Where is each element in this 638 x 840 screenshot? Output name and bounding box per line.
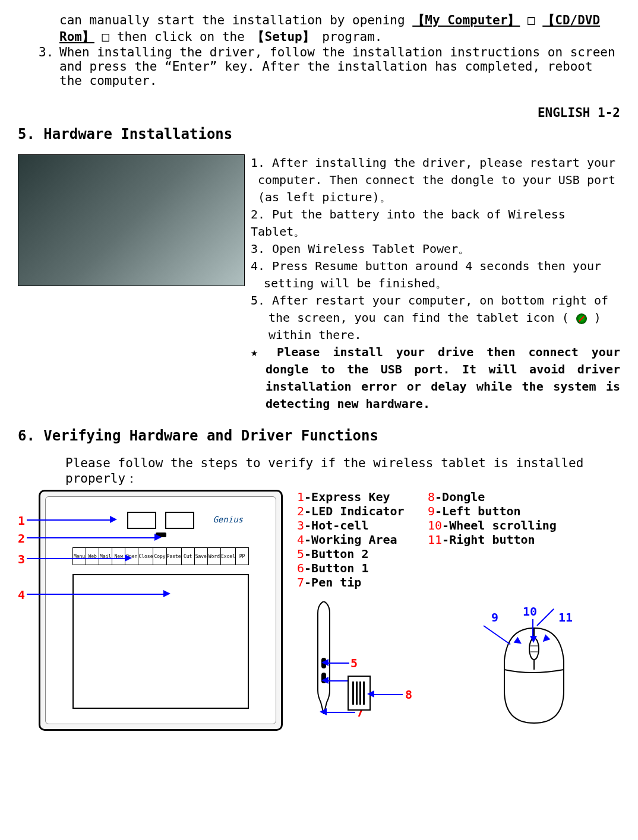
legend-text: -Hot-cell [304, 518, 368, 532]
intro-text-b: then click on the [117, 30, 245, 44]
legend-text: -Working Area [304, 532, 397, 547]
s5-item-3: 3. Open Wireless Tablet Power。 [251, 240, 620, 258]
legend-text: -LED Indicator [304, 504, 405, 518]
tablet-icon [576, 313, 587, 324]
hot-cell: Copy [153, 548, 166, 565]
arrow-3-head [125, 554, 132, 562]
callout-5: 5 [350, 656, 358, 670]
legend-num: 11 [428, 532, 442, 547]
section-5-text: 1. After installing the driver, please r… [251, 154, 620, 413]
arrow-4-head [163, 590, 170, 597]
intro-text: can manually start the installation by o… [59, 13, 412, 27]
arrow-3-line [27, 558, 125, 559]
legend-row: 6-Button 1 [297, 561, 620, 575]
section-6-lead: Please follow the steps to verify if the… [18, 456, 620, 487]
legend-num: 8 [428, 490, 435, 504]
hot-cell: Menu [73, 548, 86, 565]
page-label: ENGLISH 1-2 [18, 106, 620, 120]
hot-cell: Save [195, 548, 208, 565]
hot-cell: Word [208, 548, 221, 565]
callout-2: 2 [18, 531, 25, 546]
legend-list: 1-Express Key 8-Dongle 2-LED Indicator 9… [297, 490, 620, 589]
arrow-4-line [27, 594, 163, 595]
express-key-2 [165, 512, 194, 529]
hot-cell: Web [86, 548, 99, 565]
setup-label: 【Setup】 [252, 30, 314, 44]
step-3: 3. When installing the driver, follow th… [18, 45, 620, 88]
legend-text: -Right button [442, 532, 535, 547]
legend-num: 5 [297, 547, 304, 561]
legend-num: 7 [297, 575, 304, 589]
legend-text: -Left button [435, 504, 521, 518]
star-note: ★ Please install your drive then connect… [251, 344, 620, 413]
legend-num: 1 [297, 490, 304, 504]
arrow-1-line [27, 519, 110, 521]
step-3-text: When installing the driver, follow the i… [59, 45, 615, 88]
callout-8: 8 [405, 687, 412, 702]
callout-1: 1 [18, 513, 25, 528]
intro-text-c: program. [322, 30, 382, 44]
hot-cell: New [112, 548, 125, 565]
s5-item-5a: 5. After restart your computer, on botto… [251, 293, 608, 325]
arrow-head-icon [367, 690, 374, 698]
legend-text: -Dongle [435, 490, 485, 504]
legend-text: -Button 1 [304, 561, 368, 575]
tablet-diagram: Genius Menu Web Mail New Open Close Copy… [18, 490, 285, 733]
arrow-2: □ [102, 30, 117, 44]
section-5-row: 1. After installing the driver, please r… [18, 154, 620, 413]
legend-row: 4-Working Area 11-Right button [297, 532, 620, 547]
arrow-1-head [110, 516, 117, 523]
hot-cell: Close [138, 548, 153, 565]
callout-10: 10 [523, 604, 537, 619]
legend-text: -Express Key [304, 490, 390, 504]
legend-text: -Button 2 [304, 547, 368, 561]
legend-row: 1-Express Key 8-Dongle [297, 490, 620, 504]
legend-num: 2 [297, 504, 304, 518]
legend-num: 10 [428, 518, 442, 532]
callout-4: 4 [18, 588, 25, 602]
arrow-head-icon [321, 677, 329, 684]
hot-cell: PP [236, 548, 248, 565]
legend-text: -Wheel scrolling [442, 518, 557, 532]
arrow-head-icon [320, 708, 327, 715]
tablet-inner: Genius Menu Web Mail New Open Close Copy… [45, 496, 276, 724]
my-computer-label: 【My Computer】 [412, 13, 520, 27]
express-key-1 [127, 512, 156, 529]
legend-panel: 1-Express Key 8-Dongle 2-LED Indicator 9… [297, 490, 620, 732]
arrow-2-line [27, 537, 154, 538]
s5-item-4: 4. Press Resume button around 4 seconds … [251, 258, 620, 292]
s5-item-1: 1. After installing the driver, please r… [251, 154, 620, 206]
usb-dongle-photo [18, 154, 245, 286]
tablet-frame: Genius Menu Web Mail New Open Close Copy… [39, 490, 283, 731]
section-6-title: 6. Verifying Hardware and Driver Functio… [18, 427, 620, 444]
legend-num: 3 [297, 518, 304, 532]
section-6-row: Genius Menu Web Mail New Open Close Copy… [18, 490, 620, 733]
legend-row: 5-Button 2 [297, 547, 620, 561]
callout-9: 9 [491, 610, 498, 625]
pen-mouse-diagram: 5 6 7 8 [297, 601, 620, 732]
legend-row: 3-Hot-cell 10-Wheel scrolling [297, 518, 620, 532]
legend-text: -Pen tip [304, 575, 361, 589]
arrow-1: □ [528, 13, 542, 27]
hot-cell-row: Menu Web Mail New Open Close Copy Paste … [72, 547, 249, 565]
legend-num: 4 [297, 532, 304, 547]
arrow-2-head [154, 534, 162, 541]
hot-cell: Paste [167, 548, 182, 565]
arrow-line [532, 619, 533, 637]
arrow-line [374, 694, 403, 695]
hot-cell: Mail [99, 548, 112, 565]
step-3-number: 3. [39, 45, 53, 59]
legend-row: 7-Pen tip [297, 575, 620, 589]
genius-logo: Genius [213, 515, 243, 524]
arrow-line [327, 712, 355, 713]
arrow-line [536, 608, 554, 626]
legend-num: 6 [297, 561, 304, 575]
callout-3: 3 [18, 552, 25, 566]
arrow-line [329, 663, 349, 664]
s5-item-2: 2. Put the battery into the back of Wire… [251, 206, 620, 240]
s5-item-5: 5. After restart your computer, on botto… [251, 292, 620, 344]
arrow-head-icon [530, 636, 537, 643]
hot-cell: Excel [221, 548, 236, 565]
legend-num: 9 [428, 504, 435, 518]
section-5-title: 5. Hardware Installations [18, 126, 620, 142]
